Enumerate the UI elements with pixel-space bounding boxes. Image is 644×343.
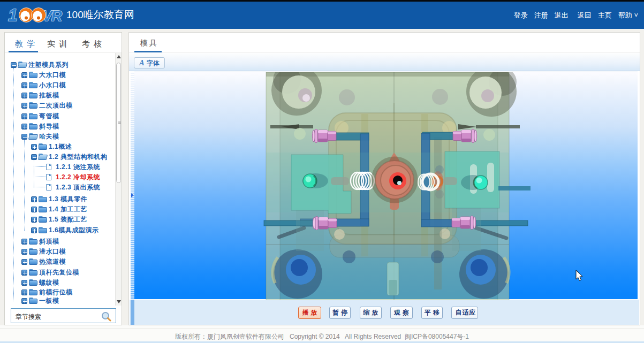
svg-text:1: 1 — [8, 5, 18, 25]
